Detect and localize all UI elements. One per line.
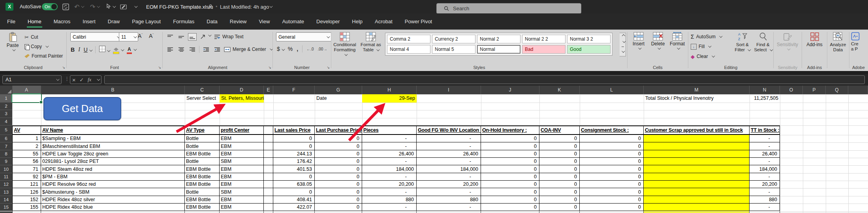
tab-view[interactable]: View [258, 14, 271, 29]
cell-I6[interactable]: - [417, 135, 481, 142]
cell-E13[interactable] [264, 188, 273, 196]
cell-B7[interactable]: $Maschinenstillstand EBM [41, 142, 185, 150]
cell-E9[interactable] [264, 158, 273, 165]
align-bottom-button[interactable] [188, 33, 197, 41]
cell-B16[interactable] [41, 211, 185, 213]
cell-C14[interactable]: EBM Bottle [185, 196, 220, 204]
cell-L14[interactable]: 0 [580, 196, 644, 204]
cell-M6[interactable] [644, 135, 750, 142]
cell-J15[interactable]: 0 [481, 204, 539, 211]
autosave-toggle[interactable]: On [42, 0, 58, 13]
redo-icon[interactable]: ↷ [90, 0, 99, 13]
number-format-select[interactable]: General [276, 32, 331, 41]
conditional-formatting-button[interactable]: ConditionalFormatting [332, 32, 357, 57]
fill-button[interactable]: ↓Fill [691, 43, 710, 50]
cell-G8[interactable]: 0 [315, 150, 362, 158]
cell-G13[interactable]: 0 [315, 188, 362, 196]
ribbon-options-icon[interactable] [133, 0, 137, 13]
row-header-7[interactable]: 7 [0, 142, 12, 150]
cell-B8[interactable]: HDPE Law Toggle 28oz green [41, 150, 185, 158]
tab-file[interactable]: File [6, 14, 16, 29]
cell-C6[interactable]: Bottle [185, 135, 220, 142]
tab-page-layout[interactable]: Page Layout [131, 14, 162, 29]
increase-font-size-button[interactable]: Aˆ [138, 33, 143, 39]
cell-L8[interactable]: 0 [580, 150, 644, 158]
cell-A13[interactable]: 126 [12, 188, 41, 196]
cell-L7[interactable]: 0 [580, 142, 644, 150]
last-modified-chevron-icon[interactable] [268, 0, 272, 13]
cell-N11[interactable]: - [750, 173, 780, 181]
cell-M16[interactable] [644, 211, 750, 213]
cell-N9[interactable]: - [750, 158, 780, 165]
cell-F10[interactable]: 401.53 [273, 165, 315, 173]
cell-G16[interactable] [315, 211, 362, 213]
decrease-decimal-button[interactable]: .00→ [318, 47, 327, 51]
cell-N1[interactable]: 11,257,505 [750, 94, 780, 103]
cell-K12[interactable]: 0 [539, 181, 580, 188]
excel-logo-icon[interactable]: X [6, 0, 13, 13]
clear-button[interactable]: ◆Clear [691, 52, 714, 60]
column-header-N[interactable]: N [750, 86, 780, 94]
cell-G14[interactable]: 0 [315, 196, 362, 204]
align-middle-button[interactable] [177, 33, 186, 41]
cell-M10[interactable] [644, 165, 750, 173]
row-header-12[interactable]: 12 [0, 181, 12, 188]
cell-A15[interactable]: 155 [12, 204, 41, 211]
header-cell-J5[interactable]: On-Hold Inventory : [481, 125, 539, 135]
tab-help[interactable]: Help [351, 14, 363, 29]
cell-G12[interactable]: 0 [315, 181, 362, 188]
align-top-button[interactable] [166, 33, 175, 41]
cell-K6[interactable]: 0 [539, 135, 580, 142]
header-cell-K5[interactable]: COA-INV [539, 125, 580, 135]
cell-B11[interactable]: $PM - EBM [41, 173, 185, 181]
row-header-5[interactable]: 5 [0, 125, 12, 135]
row-header-10[interactable]: 10 [0, 165, 12, 173]
cell-C9[interactable]: Bottle [185, 158, 220, 165]
cell-N10[interactable]: 184,000 [750, 165, 780, 173]
cell-C15[interactable]: EBM Bottle [185, 204, 220, 211]
tab-insert[interactable]: Insert [82, 14, 96, 29]
cell-A16[interactable] [12, 211, 41, 213]
cancel-icon[interactable]: × [72, 77, 76, 83]
cell-H9[interactable]: - [362, 158, 417, 165]
cell-E15[interactable] [264, 204, 273, 211]
cell-D12[interactable]: EBM [220, 181, 264, 188]
cell-K14[interactable]: 0 [539, 196, 580, 204]
cell-F8[interactable]: 244.13 [273, 150, 315, 158]
cell-J14[interactable]: 0 [481, 196, 539, 204]
delete-cells-button[interactable]: Delete [649, 32, 667, 50]
header-cell-C5[interactable]: AV Type [185, 125, 220, 135]
cell-H1[interactable]: 29-Sep [362, 94, 417, 103]
column-header-E[interactable]: E [264, 86, 273, 94]
cell-L9[interactable]: 0 [580, 158, 644, 165]
formula-chevron-icon[interactable] [97, 77, 100, 80]
cell-D6[interactable]: EBM [220, 135, 264, 142]
align-right-button[interactable] [188, 46, 197, 53]
cell-N8[interactable]: 26,400 [750, 150, 780, 158]
cell-A14[interactable]: 152 [12, 196, 41, 204]
cell-N16[interactable] [750, 211, 780, 213]
cell-D11[interactable]: EBM [220, 173, 264, 181]
underline-button[interactable]: U [84, 46, 92, 53]
row-header-13[interactable]: 13 [0, 188, 12, 196]
cell-F7[interactable]: 0 [273, 142, 315, 150]
create-pdf-button[interactable]: Crea P [851, 32, 868, 51]
cell-L6[interactable]: 0 [580, 135, 644, 142]
style-currency-2[interactable]: Currency 2 [432, 35, 475, 43]
cell-I12[interactable]: 20,200 [417, 181, 481, 188]
cell-F13[interactable]: 0 [273, 188, 315, 196]
row-header-2[interactable]: 2 [0, 103, 12, 110]
cell-F12[interactable]: 638.05 [273, 181, 315, 188]
touch-mouse-mode-icon[interactable] [105, 0, 115, 13]
undo-icon[interactable]: ↶ [74, 0, 83, 13]
font-dialog-launcher-icon[interactable]: ↘ [158, 65, 161, 69]
row-header-4[interactable]: 4 [0, 118, 12, 125]
tab-data[interactable]: Data [206, 14, 218, 29]
format-cells-button[interactable]: Format [669, 32, 686, 50]
header-cell-H5[interactable]: Pieces [362, 125, 417, 135]
cell-I14[interactable]: 880 [417, 196, 481, 204]
cell-C12[interactable]: EBM Bottle [185, 181, 220, 188]
format-painter-button[interactable]: Format Painter [24, 52, 63, 60]
inking-icon[interactable] [120, 0, 127, 13]
cell-J16[interactable] [481, 211, 539, 213]
